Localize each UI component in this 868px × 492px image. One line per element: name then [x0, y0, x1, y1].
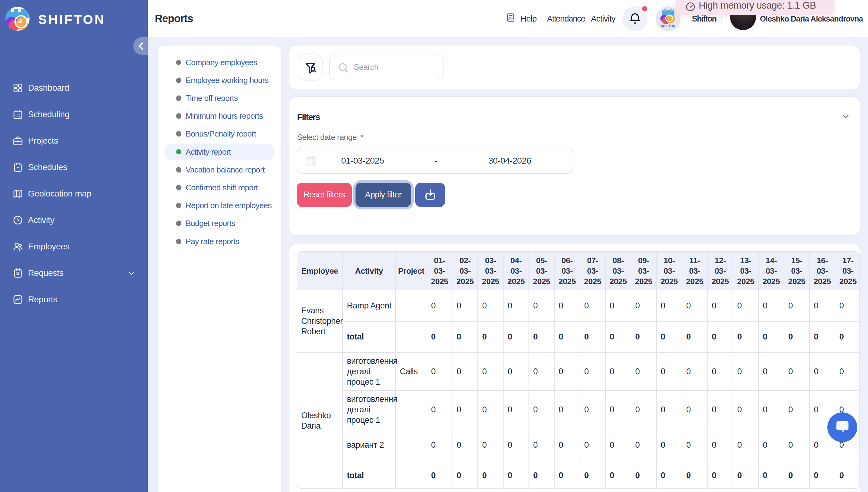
svg-text:SHIFTON: SHIFTON [661, 24, 675, 28]
